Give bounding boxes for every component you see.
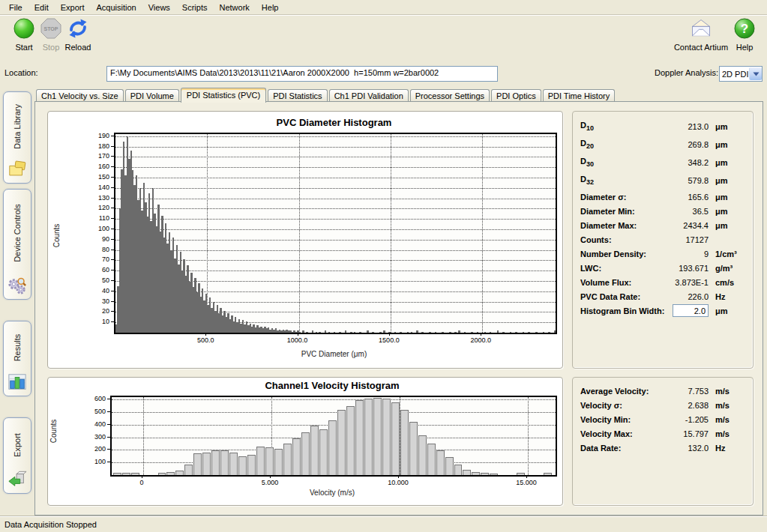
y-tick-label: 130 <box>87 194 109 202</box>
stat-unit: cm/s <box>709 278 745 287</box>
stat-label: Number Density: <box>580 250 661 259</box>
pvc-diameter-histogram-panel: PVC Diameter Histogram Counts PVC Diamet… <box>47 111 563 369</box>
stat-unit: Hz <box>709 444 745 453</box>
sidebar-label-results: Results <box>13 334 22 362</box>
menu-item-scripts[interactable]: Scripts <box>176 1 214 13</box>
histogram-bar <box>543 332 544 333</box>
y-tick-label: 150 <box>87 173 109 181</box>
gridline-h <box>115 240 556 241</box>
histogram-bar <box>355 400 364 475</box>
stat-unit: μm <box>709 306 745 315</box>
menu-item-edit[interactable]: Edit <box>28 1 55 13</box>
stat-value: -1.205 <box>661 415 709 424</box>
x-tick-label: 1500.0 <box>367 336 412 344</box>
histogram-bar <box>193 453 202 475</box>
menu-item-file[interactable]: File <box>3 1 28 13</box>
help-button[interactable]: ? Help <box>727 17 762 52</box>
tab-ch1-velocity-vs-size[interactable]: Ch1 Velocity vs. Size <box>36 89 124 102</box>
menu-item-help[interactable]: Help <box>256 1 285 13</box>
y-tick-label: 70 <box>87 256 109 263</box>
histogram-bar <box>481 473 489 475</box>
reload-button[interactable]: Reload <box>55 17 100 52</box>
tab-ch1-pdi-validation[interactable]: Ch1 PDI Validation <box>329 89 409 102</box>
stat-row-d20: D20269.8μm <box>573 136 753 154</box>
histogram-bar <box>220 450 229 475</box>
tab-pdi-optics[interactable]: PDI Optics <box>491 89 541 102</box>
stat-label: Histogram Bin Width: <box>580 306 673 315</box>
histogram-bar <box>379 332 381 333</box>
gridline-h <box>115 219 556 220</box>
histogram-bin-width-input[interactable] <box>673 304 709 317</box>
reload-icon <box>67 17 89 40</box>
sidebar-label-device-controls: Device Controls <box>13 204 22 262</box>
stat-row-d30: D30348.2μm <box>573 154 753 172</box>
x-tick-label: 1000.0 <box>275 336 320 344</box>
tab-pdi-time-history[interactable]: PDI Time History <box>543 89 616 102</box>
histogram-bar <box>301 432 310 475</box>
stat-label: D30 <box>580 157 661 168</box>
tab-page-pdi-statistics-pvc: PVC Diameter Histogram Counts PVC Diamet… <box>34 101 763 516</box>
pvc-statistics-panel: D10213.0μmD20269.8μmD30348.2μmD32579.8μm… <box>572 111 754 369</box>
sidebar-item-export[interactable]: Export <box>3 417 31 494</box>
tab-pdi-statistics[interactable]: PDI Statistics <box>268 89 327 102</box>
stat-row-velocity: Velocity σ:2.638m/s <box>573 398 753 412</box>
stat-row-data-rate: Data Rate:132.0Hz <box>573 441 753 455</box>
gridline-v <box>391 134 391 333</box>
histogram-bar <box>328 420 337 475</box>
stat-value: 226.0 <box>661 292 709 301</box>
histogram-bar <box>325 330 326 333</box>
stat-label: PVC Data Rate: <box>580 292 661 301</box>
histogram-bar <box>445 457 454 475</box>
stat-unit: μm <box>709 176 745 185</box>
histogram-bar <box>528 332 529 333</box>
stat-unit: μm <box>709 158 745 167</box>
chevron-down-icon <box>753 72 760 76</box>
histogram-bar <box>274 449 283 475</box>
histogram-bar <box>382 399 391 475</box>
y-tick-label: 50 <box>87 276 109 284</box>
stat-unit: m/s <box>709 429 745 438</box>
sidebar-item-device-controls[interactable]: Device Controls <box>3 189 31 300</box>
gridline-h <box>115 199 556 199</box>
stat-label: LWC: <box>580 264 661 273</box>
histogram-bar <box>490 332 491 333</box>
histogram-bar <box>383 330 385 333</box>
histogram-bar <box>283 444 292 475</box>
tab-processor-settings[interactable]: Processor Settings <box>410 89 490 102</box>
histogram-bar <box>548 332 550 333</box>
gridline-h <box>112 412 556 413</box>
gridline-h <box>115 229 556 230</box>
menu-item-views[interactable]: Views <box>142 1 176 13</box>
y-tick-label: 30 <box>87 297 109 305</box>
stat-unit: μm <box>709 140 745 149</box>
menu-item-network[interactable]: Network <box>213 1 255 13</box>
menu-item-acquisition[interactable]: Acquisition <box>91 1 142 13</box>
dropdown-button[interactable] <box>749 67 762 80</box>
stat-row-diameter-min: Diameter Min:36.5μm <box>573 204 753 218</box>
sidebar-label-export: Export <box>13 433 22 457</box>
histogram-bar <box>299 332 301 333</box>
histogram-bar <box>409 422 418 475</box>
sidebar-item-data-library[interactable]: Data Library <box>3 91 31 184</box>
gears-magnifier-icon <box>7 276 27 295</box>
stat-value: 132.0 <box>661 444 709 453</box>
bar-chart-icon <box>7 372 27 392</box>
tab-pdi-volume[interactable]: PDI Volume <box>125 89 179 102</box>
location-input[interactable]: F:\My Documents\AIMS Data\2013\2013\11\2… <box>106 66 498 82</box>
tab-pdi-statistics-pvc[interactable]: PDI Statistics (PVC) <box>181 88 266 103</box>
y-axis-label: Counts <box>49 420 58 444</box>
histogram-bar <box>477 332 478 333</box>
contact-artium-button[interactable]: Contact Artium <box>672 17 730 52</box>
stat-row-number-density: Number Density:91/cm³ <box>573 247 753 261</box>
histogram-bar <box>372 332 373 333</box>
sidebar-item-results[interactable]: Results <box>3 321 31 396</box>
location-label: Location: <box>4 68 38 77</box>
histogram-bar <box>202 453 211 475</box>
stat-unit: μm <box>709 221 745 230</box>
menu-item-export[interactable]: Export <box>55 1 91 13</box>
plot-area <box>114 133 557 334</box>
histogram-bar <box>463 470 471 475</box>
doppler-analysis-select[interactable]: 2D PDI <box>719 66 763 82</box>
folders-icon <box>7 160 27 179</box>
histogram-bar <box>302 330 304 333</box>
